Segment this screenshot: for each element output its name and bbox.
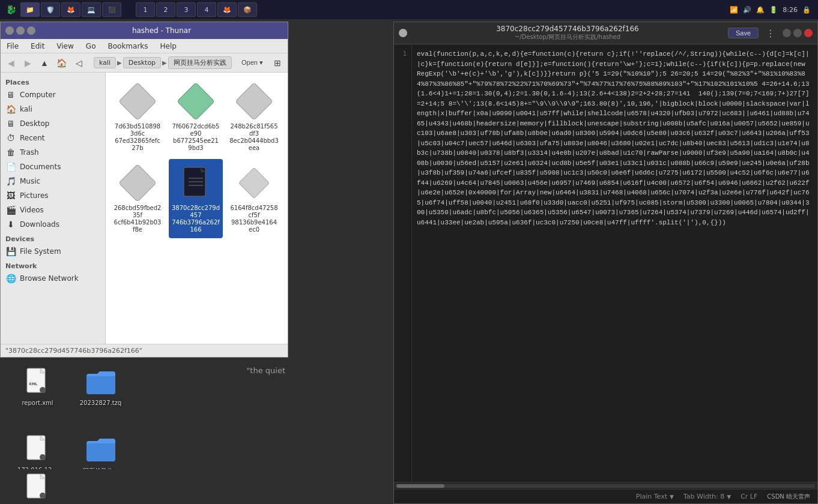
svg-rect-8 [239,168,270,199]
sidebar-item-trash[interactable]: 🗑 Trash [1,145,105,160]
sidebar-item-documents[interactable]: 📄 Documents [1,160,105,174]
sidebar-item-music[interactable]: 🎵 Music [1,174,105,188]
editor-close-btn[interactable] [399,29,407,37]
svg-point-10 [40,387,46,393]
home-button[interactable]: 🏠 [53,55,70,71]
taskbar-terminal[interactable]: 💻 [82,2,101,17]
taskbar-firefox-2[interactable]: 🦊 [217,2,237,17]
desktop-files-row1: XML report.xml 20232827.tzq "the quiet [0,359,285,413]
editor-menu-button[interactable]: ⋮ [763,26,778,40]
scrollbar-track[interactable] [396,484,815,488]
encoding-status[interactable]: Cr LF [741,493,757,500]
sidebar-item-desktop[interactable]: 🖥 Desktop [1,116,105,131]
nav-prev-button[interactable]: ◁ [71,55,86,71]
videos-icon: 🎬 [5,205,16,215]
file-name-6: 6164f8cd47258cf5f98136b9e4164ec0 [229,205,279,233]
sidebar-item-filesystem[interactable]: 💾 File System [1,244,105,259]
network-browse-icon: 🌐 [5,274,16,283]
editor-x-btn[interactable] [804,29,813,37]
file-item-4[interactable]: 268cbd59fbed235f6cf6b41b92b03f8e [111,159,165,238]
menu-edit[interactable]: Edit [25,39,50,53]
sidebar-item-pictures[interactable]: 🖼 Pictures [1,188,105,203]
downloads-icon: ⬇ [5,220,16,229]
tab-width-status[interactable]: Tab Width: 8 ▼ [683,493,731,500]
sidebar-label-filesystem: File System [20,247,61,256]
taskbar-file-manager[interactable]: 📁 [20,2,40,17]
editor-maximize-btn[interactable] [793,29,802,37]
sidebar-item-downloads[interactable]: ⬇ Downloads [1,217,105,232]
plain-text-status[interactable]: Plain Text ▼ [636,493,674,500]
workspace-1[interactable]: 1 [136,2,155,17]
file-item-1[interactable]: 7d63bd5108983d6c67ed32865fefc27b [111,77,165,157]
home-folder-icon: 🏠 [5,104,16,114]
fm-menubar: File Edit View Go Bookmarks Help [1,39,288,53]
desktop-file-label-archive: 20232827.tzq [80,400,122,406]
file-item-3[interactable]: 248b26c81f565df38ec2b0444bbd3eea [227,77,281,157]
lock-icon[interactable]: 🔒 [802,6,811,14]
breadcrumb-kali[interactable]: kali [94,57,116,68]
editor-title-group: 3870c28cc279d457746b3796a262f166 ~/Deskt… [412,25,723,41]
workspace-3[interactable]: 3 [177,2,196,17]
tab-width-label: Tab Width: 8 [683,493,724,500]
network-icon: 📶 [730,6,738,14]
menu-file[interactable]: File [1,39,25,53]
encoding-label: Cr LF [741,493,757,500]
doc-icon-wrap-209 [22,472,53,503]
back-button[interactable]: ◀ [3,55,19,71]
close-button[interactable] [27,26,35,35]
taskbar-firefox[interactable]: 🦊 [61,2,80,17]
breadcrumb-folder[interactable]: 网页挂马分析实践 [168,56,232,69]
editor-save-button[interactable]: Save [728,28,759,38]
desktop-file-209[interactable]: 209.196.04... [12,472,63,504]
view-toggle[interactable]: ⊞ [270,55,285,71]
sidebar-item-browse-network[interactable]: 🌐 Browse Network [1,271,105,286]
fm-titlebar: hashed - Thunar [1,22,288,39]
maximize-button[interactable] [16,26,25,35]
svg-text:XML: XML [29,382,38,386]
editor-win-controls [783,29,813,37]
sidebar-item-videos[interactable]: 🎬 Videos [1,203,105,217]
menu-help[interactable]: Help [154,39,183,53]
plain-text-label: Plain Text [636,493,667,500]
menu-bookmarks[interactable]: Bookmarks [101,39,154,53]
open-button[interactable]: Open ▾ [236,55,268,71]
file-item-6[interactable]: 6164f8cd47258cf5f98136b9e4164ec0 [227,159,281,238]
breadcrumb-desktop[interactable]: Desktop [123,57,161,68]
menu-go[interactable]: Go [80,39,102,53]
svg-rect-0 [120,83,156,119]
watermark: CSDN 晴天雷声 [767,493,810,501]
workspace-2[interactable]: 2 [156,2,175,17]
editor-subtitle: ~/Desktop/网页挂马分析实践/hashed [412,33,723,41]
editor-window: 3870c28cc279d457746b3796a262f166 ~/Deskt… [393,22,818,504]
code-text[interactable]: eval(function(p,a,c,k,e,d){e=function(c)… [412,44,817,482]
taskbar-extra[interactable]: 📦 [238,2,257,17]
sidebar-item-computer[interactable]: 🖥 Computer [1,88,105,102]
file-item-2[interactable]: 7f60672dcd6b5e90b6772545ee219bd3 [169,77,223,157]
taskbar-btn-2[interactable]: 🛡️ [41,2,60,17]
folder-icon-wrap-web [85,433,117,464]
editor-statusbar: Plain Text ▼ Tab Width: 8 ▼ Cr LF CSDN 晴… [394,489,817,503]
sidebar-label-pictures: Pictures [20,191,49,200]
file-name-2: 7f60672dcd6b5e90b6772545ee219bd3 [171,123,220,152]
places-title: Places [1,75,105,88]
trash-icon: 🗑 [5,148,16,157]
taskbar-apps[interactable]: ⬛ [102,2,121,17]
sidebar-item-recent[interactable]: ⏱ Recent [1,131,105,145]
desktop-files-row3: 209.196.04... [0,469,120,504]
desktop-file-label-report: report.xml [22,400,53,406]
taskbar-system-tray: 📶 🔊 🔔 🔋 8:26 🔒 [730,6,816,14]
desktop-file-report-xml[interactable]: XML report.xml [12,366,63,406]
desktop-file-archive[interactable]: 20232827.tzq [75,366,126,406]
taskbar-app-icon[interactable]: 🐉 [2,1,19,18]
workspace-4[interactable]: 4 [197,2,216,17]
file-item-5[interactable]: 3870c28cc279d457746b3796a262f166 [169,159,223,238]
editor-scrollbar[interactable] [394,482,817,489]
minimize-button[interactable] [5,26,14,35]
forward-button[interactable]: ▶ [20,55,35,71]
menu-view[interactable]: View [50,39,79,53]
editor-code-area[interactable]: 1 eval(function(p,a,c,k,e,d){e=function(… [394,44,817,482]
editor-minimize-btn[interactable] [783,29,791,37]
up-button[interactable]: ▲ [37,55,52,71]
sidebar-item-kali[interactable]: 🏠 kali [1,102,105,116]
scrollbar-thumb[interactable] [396,484,444,488]
